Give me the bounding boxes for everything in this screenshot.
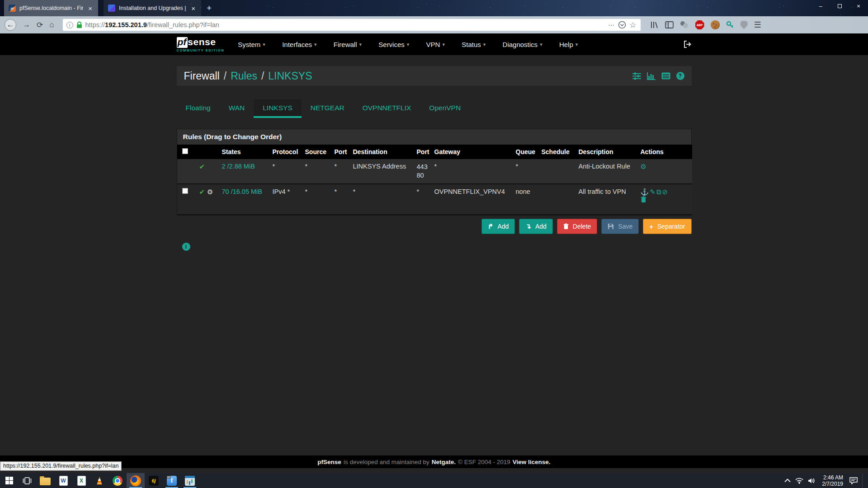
tab-wan[interactable]: WAN xyxy=(220,99,254,118)
browser-tab-pfsense[interactable]: pf pfSense.localdomain - Firewall × xyxy=(4,0,98,16)
table-view-icon[interactable] xyxy=(661,72,670,80)
select-all-checkbox[interactable] xyxy=(182,148,188,154)
breadcrumb-linksys-link[interactable]: LINKSYS xyxy=(268,70,312,82)
menu-vpn[interactable]: VPN▾ xyxy=(425,38,447,51)
wifi-icon[interactable] xyxy=(795,478,803,484)
action-center-icon[interactable] xyxy=(849,477,858,484)
add-separator-button[interactable]: +Separator xyxy=(643,219,691,234)
table-row-vpn-rule[interactable]: ✔⚙ 70 /16.05 MiB IPv4 * * * * * OVPNNETF… xyxy=(177,184,692,215)
menu-system[interactable]: System▾ xyxy=(236,38,267,51)
menu-diagnostics[interactable]: Diagnostics▾ xyxy=(501,38,544,51)
col-actions: Actions xyxy=(639,145,692,159)
page-actions-icon[interactable]: ⋯ xyxy=(608,21,615,28)
add-rule-top-button[interactable]: ↱Add xyxy=(481,219,515,234)
forward-button[interactable]: → xyxy=(23,20,30,29)
chrome-button[interactable] xyxy=(108,473,127,488)
states-link[interactable]: 2 /2.88 MiB xyxy=(222,163,255,170)
https-lock-icon[interactable] xyxy=(76,21,82,28)
adblock-plus-icon[interactable]: ABP xyxy=(695,20,704,29)
tab-floating[interactable]: Floating xyxy=(177,99,220,118)
speaker-icon[interactable] xyxy=(808,478,816,484)
extension-spheres-icon[interactable] xyxy=(680,20,689,29)
action-buttons: ↱Add ↴Add Delete Save +Separator xyxy=(177,219,692,234)
anchor-icon[interactable]: ⚓ xyxy=(641,188,649,196)
col-port: Port xyxy=(333,145,351,159)
col-description: Description xyxy=(577,145,639,159)
add-rule-bottom-button[interactable]: ↴Add xyxy=(519,219,553,234)
maximize-icon xyxy=(838,4,842,8)
task-view-icon xyxy=(23,477,32,484)
f-app-button[interactable]: 64f xyxy=(163,473,181,488)
menu-status[interactable]: Status▾ xyxy=(460,38,487,51)
maximize-button[interactable] xyxy=(830,0,849,12)
taskbar-clock[interactable]: 2:46 AM 2/7/2019 xyxy=(822,474,843,487)
table-row-anti-lockout[interactable]: ✔ 2 /2.88 MiB * * * LINKSYS Address 4438… xyxy=(177,159,692,184)
filter-sliders-icon[interactable] xyxy=(632,72,641,80)
footer-view-license-link[interactable]: View license. xyxy=(513,459,551,465)
tab-title: pfSense.localdomain - Firewall xyxy=(19,5,83,11)
url-text[interactable]: https://192.155.201.9/firewall_rules.php… xyxy=(85,21,605,28)
copy-icon[interactable]: ⧉ xyxy=(656,188,661,196)
edit-pencil-icon[interactable]: ✎ xyxy=(650,188,656,196)
pfsense-logo[interactable]: pfsense COMMUNITY EDITION xyxy=(177,37,225,52)
page-info-icon[interactable]: i xyxy=(66,22,73,28)
menu-hamburger-icon[interactable]: ☰ xyxy=(754,20,761,30)
show-desktop-button[interactable] xyxy=(862,473,864,488)
close-button[interactable]: × xyxy=(849,0,868,12)
home-button[interactable]: ⌂ xyxy=(49,20,54,29)
header-action-icons: ? xyxy=(632,72,684,80)
start-button[interactable] xyxy=(0,473,18,488)
vlc-button[interactable] xyxy=(90,473,108,488)
delete-button[interactable]: Delete xyxy=(557,219,597,234)
row-checkbox[interactable] xyxy=(182,188,188,194)
new-tab-button[interactable]: + xyxy=(201,1,217,15)
reload-button[interactable]: ⟳ xyxy=(37,20,43,30)
sidebar-icon[interactable] xyxy=(665,21,674,28)
menu-firewall[interactable]: Firewall▾ xyxy=(332,38,363,51)
states-link[interactable]: 70 /16.05 MiB xyxy=(222,188,262,195)
tray-chevron-up-icon[interactable] xyxy=(784,479,791,483)
menu-services[interactable]: Services▾ xyxy=(377,38,411,51)
pocket-icon[interactable] xyxy=(618,21,626,29)
browser-window-top: pf pfSense.localdomain - Firewall × Inst… xyxy=(0,0,868,33)
presentation-app-button[interactable] xyxy=(181,473,199,488)
menu-help[interactable]: Help▾ xyxy=(557,38,580,51)
task-view-button[interactable] xyxy=(18,473,36,488)
tab-close-icon[interactable]: × xyxy=(87,5,94,12)
pfsense-favicon: pf xyxy=(9,5,16,12)
bookmark-star-icon[interactable]: ☆ xyxy=(629,20,637,30)
file-explorer-button[interactable] xyxy=(36,473,54,488)
cookie-extension-icon[interactable] xyxy=(711,20,720,29)
breadcrumb-rules-link[interactable]: Rules xyxy=(231,70,257,82)
col-source: Source xyxy=(303,145,333,159)
browser-tab-netgate-docs[interactable]: Installation and Upgrades | Net × xyxy=(104,0,201,16)
tab-ovpnnetflix[interactable]: OVPNNETFLIX xyxy=(354,99,420,118)
breadcrumb: Firewall / Rules / LINKSYS xyxy=(184,70,312,82)
browser-tab-bar: pf pfSense.localdomain - Firewall × Inst… xyxy=(0,0,868,16)
edit-gear-icon[interactable]: ⚙ xyxy=(641,163,646,170)
col-port: Port xyxy=(415,145,433,159)
disable-ban-icon[interactable]: ⊘ xyxy=(662,188,668,196)
minimize-button[interactable]: – xyxy=(811,0,830,12)
tab-close-icon[interactable]: × xyxy=(190,5,197,12)
menu-interfaces[interactable]: Interfaces▾ xyxy=(280,38,318,51)
excel-button[interactable]: X xyxy=(72,473,90,488)
footer-netgate-link[interactable]: Netgate. xyxy=(432,459,456,465)
library-icon[interactable] xyxy=(650,21,659,29)
address-bar[interactable]: i https://192.155.201.9/firewall_rules.p… xyxy=(62,19,641,31)
tab-netgear[interactable]: NETGEAR xyxy=(302,99,354,118)
bee-app-button[interactable]: 6j xyxy=(145,473,163,488)
tab-openvpn[interactable]: OpenVPN xyxy=(420,99,470,118)
firefox-button[interactable] xyxy=(127,473,145,488)
bar-chart-icon[interactable] xyxy=(647,72,656,80)
presentation-app-icon xyxy=(185,476,195,486)
logout-icon[interactable] xyxy=(683,40,692,48)
key-extension-icon[interactable] xyxy=(726,21,734,29)
help-icon[interactable]: ? xyxy=(676,72,684,80)
tab-linksys[interactable]: LINKSYS xyxy=(254,99,301,118)
word-button[interactable]: W xyxy=(54,473,72,488)
back-button[interactable]: ← xyxy=(5,19,16,31)
delete-trash-icon[interactable] xyxy=(641,196,690,203)
save-button[interactable]: Save xyxy=(601,219,639,234)
shield-icon[interactable] xyxy=(741,21,748,29)
